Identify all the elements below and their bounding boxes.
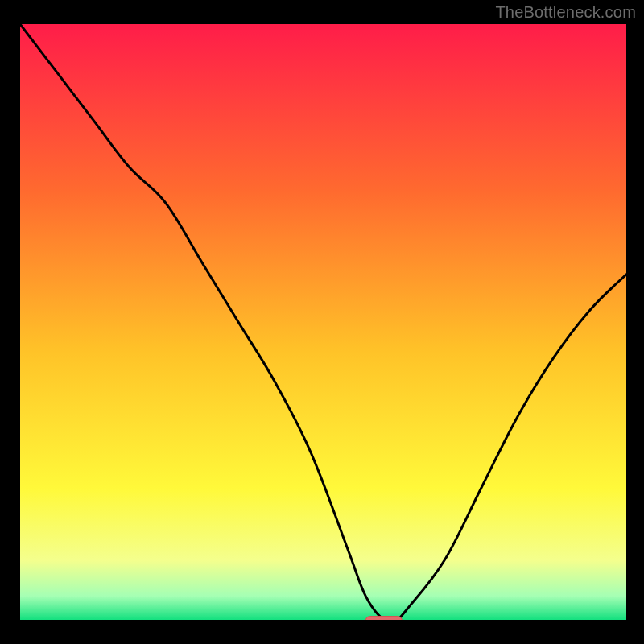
optimal-zone-marker <box>365 617 402 621</box>
watermark-text: TheBottleneck.com <box>495 3 636 22</box>
chart-root: TheBottleneck.com <box>0 0 644 644</box>
gradient-background <box>20 24 626 620</box>
plot-area <box>20 24 626 620</box>
